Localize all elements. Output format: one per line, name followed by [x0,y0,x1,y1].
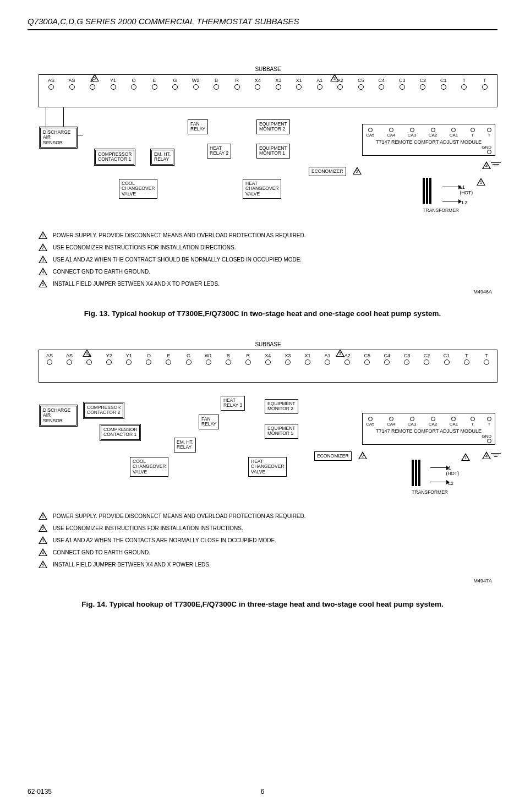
fan-relay: FAN RELAY [199,415,219,429]
terminal-w1: W1 [203,353,215,365]
terminal-y2: Y2 [103,353,115,365]
transformer-label: TRANSFORMER [423,208,459,213]
note-text: USE A1 AND A2 WHEN THE CONTRACT SHOULD B… [53,257,302,263]
gnd-label: GND [482,145,491,150]
note-text: POWER SUPPLY. PROVIDE DISCONNECT MEANS A… [53,232,306,238]
terminal-r: R [242,353,254,365]
note-text: POWER SUPPLY. PROVIDE DISCONNECT MEANS A… [53,513,306,519]
wire [442,201,459,201]
transformer-label: TRANSFORMER [412,489,448,495]
heat-relay-2: HEAT RELAY 2 [207,144,231,159]
discharge-air-sensor: DISCHARGE AIR SENSOR [39,405,78,427]
module-terminal-ca1: CA1 [450,128,458,138]
terminal-x: X [83,353,95,365]
l2-label: L2 [462,200,467,205]
terminal-c3: C3 [395,78,410,90]
terminal-x4: X4 [250,78,265,90]
triangle-icon: 1 [39,231,47,239]
terminal-c2: C2 [415,78,430,90]
footer-pagenum: 6 [0,788,525,795]
note-text: INSTALL FIELD JUMPER BETWEEN X4 AND X TO… [53,281,220,287]
wire [430,467,447,468]
terminal-o: O [126,78,141,90]
transformer-icon [417,178,437,204]
remote-comfort-module: CA5CA4CA3CA2CA1TT T7147 REMOTE COMFORT A… [362,124,495,156]
remote-comfort-module: CA5CA4CA3CA2CA1TT T7147 REMOTE COMFORT A… [362,413,495,445]
terminal-x1: X1 [291,78,307,90]
triangle-icon: 4 [39,548,47,556]
module-terminal-ca4: CA4 [387,417,396,427]
terminal-c5: C5 [361,353,373,365]
terminal-as: AS [64,78,80,90]
triangle-icon: 3 [39,255,47,263]
cool-changeover-valve: COOL CHANGEOVER VALVE [130,457,168,477]
terminal-g: G [183,353,195,365]
module-label: T7147 REMOTE COMFORT ADJUST MODULE [366,428,491,434]
module-terminal-t: T [471,128,475,138]
terminal-b: B [209,78,224,90]
equipment-monitor-2: EQUIPMENT MONITOR 2 [256,119,290,134]
note-text: CONNECT GND TO EARTH GROUND. [53,269,150,275]
note-ref-1-icon: 1 [461,453,470,461]
terminal-as: AS [43,353,56,365]
figure-13: SUBBASE 5 3 ASASXY1OEGW2BRX4X3X1A1A2C5C4… [39,66,497,297]
triangle-icon: 5 [39,280,47,287]
equipment-monitor-1: EQUIPMENT MONITOR 1 [256,144,290,159]
terminal-t: T [461,353,473,365]
equipment-monitor-1: EQUIPMENT MONITOR 1 [265,424,298,439]
em-ht-relay: EM. HT. RELAY [174,438,196,453]
compressor-contactor-1: COMPRESSOR CONTACTOR 1 [94,149,135,166]
subbase-terminal-strip: ASASXY2Y1OEGW1BRX4X3X1A1A2C5C4C3C2C1TT [39,350,497,383]
triangle-icon: 1 [39,512,47,520]
module-terminal-ca2: CA2 [429,417,438,427]
economizer: ECONOMIZER [309,167,346,176]
terminal-x3: X3 [282,353,294,365]
note-ref-1-icon: 1 [477,178,485,186]
terminal-x3: X3 [271,78,286,90]
em-ht-relay: EM. HT. RELAY [150,149,174,166]
terminal-t: T [456,78,472,90]
subbase-label: SUBBASE [39,66,497,72]
terminal-c3: C3 [401,353,413,365]
terminal-e: E [147,78,162,90]
terminal-c1: C1 [436,78,451,90]
terminal-a1: A1 [312,78,327,90]
triangle-icon: 3 [39,536,47,544]
terminal-as: AS [63,353,75,365]
module-label: T7147 REMOTE COMFORT ADJUST MODULE [366,139,491,145]
module-terminal-ca1: CA1 [450,417,458,427]
note-text: USE ECONOMIZER INSTRUCTIONS FOR INSTALLA… [53,244,236,250]
compressor-contactor-1: COMPRESSOR CONTACTOR 1 [100,424,141,441]
triangle-icon: 5 [39,560,47,568]
terminal-a2: A2 [332,78,348,90]
gnd-label: GND [482,434,491,439]
terminal-c1: C1 [441,353,453,365]
module-terminal-ca5: CA5 [366,128,375,138]
economizer: ECONOMIZER [314,451,352,461]
module-terminal-ca3: CA3 [408,417,417,427]
figure-14-caption: Fig. 14. Typical hookup of T7300E,F/Q730… [28,600,497,608]
terminal-x: X [85,78,100,90]
module-terminal-t: T [471,417,475,427]
figure-13-caption: Fig. 13. Typical hookup of T7300E,F/Q730… [28,309,497,318]
compressor-contactor-2: COMPRESSOR CONTACTOR 2 [83,402,124,419]
module-terminal-ca3: CA3 [408,128,417,138]
wire [78,135,83,135]
drawing-ref: M4947A [473,578,492,584]
discharge-air-sensor: DISCHARGE AIR SENSOR [39,127,78,149]
drawing-ref: M4946A [473,289,492,295]
terminal-e: E [162,353,174,365]
subbase-terminal-strip: ASASXY1OEGW2BRX4X3X1A1A2C5C4C3C2C1TT [39,74,497,107]
cool-changeover-valve: COOL CHANGEOVER VALVE [119,179,157,199]
wire [430,482,447,482]
equipment-monitor-2: EQUIPMENT MONITOR 2 [265,399,298,414]
terminal-w2: W2 [188,78,204,90]
terminal-c5: C5 [353,78,369,90]
heat-changeover-valve: HEAT CHANGEOVER VALVE [248,457,287,477]
terminal-t: T [480,353,493,365]
subbase-label: SUBBASE [39,341,497,347]
terminal-y1: Y1 [106,78,121,90]
terminal-y1: Y1 [123,353,135,365]
terminal-r: R [229,78,245,90]
ground-icon [490,453,502,457]
